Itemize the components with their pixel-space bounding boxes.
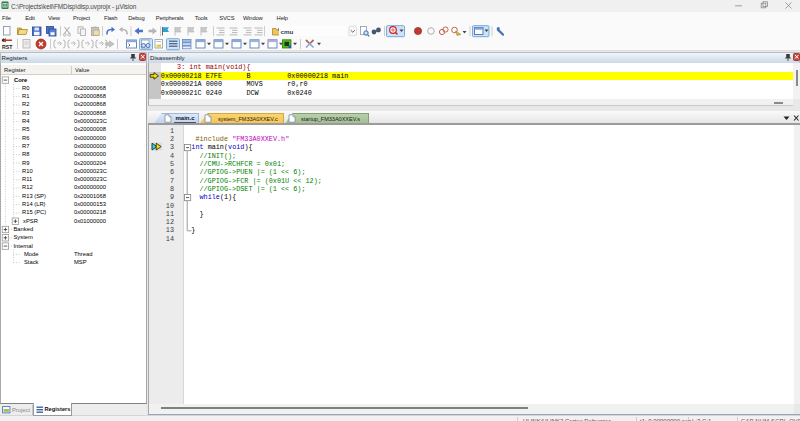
svg-text:cmu: cmu: [281, 28, 294, 35]
